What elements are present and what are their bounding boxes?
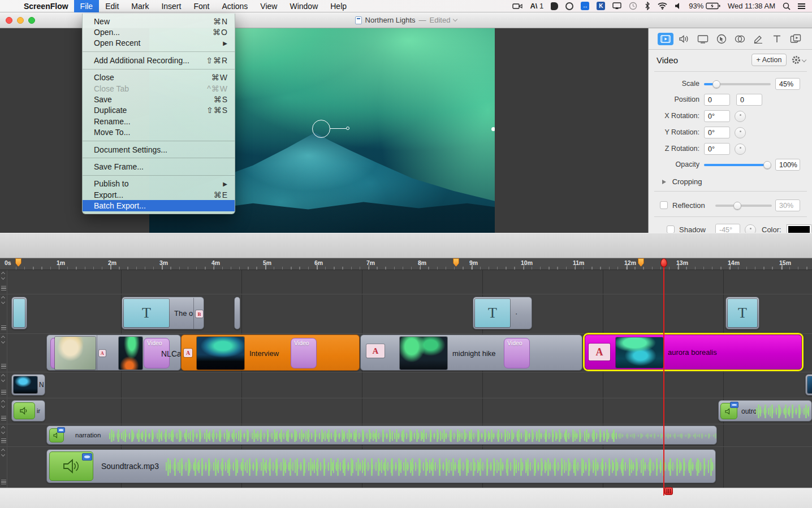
x-rotation-knob[interactable] [735, 111, 746, 122]
playhead-head[interactable] [660, 258, 667, 267]
shadow-angle-knob[interactable] [745, 224, 756, 233]
clip-narration[interactable]: narration [46, 425, 717, 445]
y-rotation-knob[interactable] [735, 127, 746, 138]
menu-font[interactable]: Font [187, 0, 215, 12]
close-window-button[interactable] [6, 17, 12, 24]
clip-intro-audio[interactable]: ir [11, 400, 45, 422]
creative-cloud-icon[interactable] [565, 1, 573, 11]
menu-mark[interactable]: Mark [125, 0, 155, 12]
airplay-icon[interactable] [612, 1, 621, 11]
menu-window[interactable]: Window [283, 0, 324, 12]
screen-recording-icon[interactable] [512, 1, 522, 11]
menu-insert[interactable]: Insert [155, 0, 187, 12]
callout-circle-annotation[interactable] [312, 120, 330, 138]
edge-resize-handle[interactable] [491, 127, 495, 131]
clip-aurora-borealis-selected[interactable]: A aurora borealis [585, 335, 802, 370]
minimize-window-button[interactable] [17, 17, 24, 24]
wifi-icon[interactable] [658, 1, 667, 11]
cropping-row[interactable]: Cropping [649, 176, 812, 188]
menu-view[interactable]: View [254, 0, 283, 12]
track-row-extra-video[interactable]: N [0, 372, 812, 398]
track-controls[interactable] [0, 372, 7, 398]
title-clip-mini[interactable] [11, 297, 27, 329]
menu-help[interactable]: Help [324, 0, 353, 12]
track-row-narration[interactable]: narration [0, 424, 812, 447]
menu-item-open-recent[interactable]: Open Recent▶ [83, 38, 235, 49]
clip-soundtrack[interactable]: Soundtrack.mp3 [46, 449, 716, 483]
clip-mini-n[interactable]: N [11, 374, 45, 396]
title-clip-3[interactable]: T [725, 297, 759, 329]
callout-endpoint-dot[interactable] [346, 127, 349, 130]
menu-item-save[interactable]: Save⌘S [83, 94, 235, 105]
track-controls[interactable] [0, 447, 7, 488]
menu-item-save-frame[interactable]: Save Frame... [83, 161, 235, 172]
clip-outro-audio[interactable]: outro [718, 400, 812, 422]
track-controls[interactable] [0, 424, 7, 446]
evernote-icon[interactable] [551, 1, 558, 11]
menu-item-new[interactable]: New⌘N [83, 16, 235, 27]
time-machine-icon[interactable] [629, 1, 637, 11]
gear-icon[interactable] [791, 55, 801, 65]
menu-item-add-additional-recording[interactable]: Add Additional Recording...⇧⌘R [83, 55, 235, 66]
menu-item-batch-export[interactable]: Batch Export... [83, 200, 235, 211]
position-x-field[interactable]: 0 [704, 94, 730, 106]
menu-bar-clock[interactable]: Wed 11:38 AM [728, 2, 775, 10]
app-menu-screenflow[interactable]: ScreenFlow [18, 2, 74, 11]
clip-nlcan[interactable]: A Video NLCan [46, 335, 181, 371]
edited-status[interactable]: Edited [430, 16, 451, 24]
y-rotation-field[interactable]: 0° [704, 127, 730, 138]
marker-mid[interactable] [453, 258, 459, 267]
track-row-titles[interactable]: T The o B T · T [0, 294, 812, 334]
shadow-angle-field[interactable]: -45° [715, 224, 740, 233]
track-controls[interactable] [0, 398, 7, 424]
cursor-tab-icon[interactable] [714, 33, 729, 45]
clip-interview[interactable]: A Interview Video [181, 335, 360, 371]
battery-indicator[interactable]: 93% [689, 1, 720, 11]
annotations-tab-icon[interactable] [750, 33, 766, 45]
track-row-audio-stingers[interactable]: ir outro [0, 398, 812, 424]
timeline-ruler[interactable]: 0s 1m 2m 3m 4m 5m 6m 7m 8m 9m 10m 11m 12… [0, 258, 812, 270]
menu-item-rename[interactable]: Rename... [83, 116, 235, 127]
volume-icon[interactable] [675, 1, 681, 11]
playhead[interactable] [663, 258, 664, 496]
title-clip-2[interactable]: T · [473, 297, 532, 329]
clip-fragment-right[interactable] [805, 374, 812, 396]
screen-recording-tab-icon[interactable] [695, 33, 711, 45]
position-y-field[interactable]: 0 [736, 94, 762, 106]
track-row-video[interactable]: A Video NLCan A Interview Video A midnig… [0, 334, 812, 372]
menu-actions[interactable]: Actions [215, 0, 254, 12]
gear-chevron-icon[interactable] [802, 58, 806, 62]
track-controls[interactable] [0, 334, 7, 372]
media-library-tab-icon[interactable] [788, 33, 804, 45]
opacity-value-field[interactable]: 100% [775, 159, 800, 171]
playhead-bottom-handle[interactable] [664, 487, 673, 495]
reflection-slider[interactable] [715, 205, 772, 207]
menu-item-document-settings[interactable]: Document Settings... [83, 144, 235, 155]
reflection-value-field[interactable]: 30% [775, 199, 800, 211]
menu-edit[interactable]: Edit [99, 0, 125, 12]
menu-file[interactable]: File [74, 0, 100, 12]
callout-tab-icon[interactable] [732, 33, 748, 45]
menu-item-publish-to[interactable]: Publish to▶ [83, 179, 235, 189]
menu-item-close[interactable]: Close⌘W [83, 72, 235, 83]
track-row-soundtrack[interactable]: Soundtrack.mp3 [0, 447, 812, 488]
notification-center-icon[interactable] [798, 1, 805, 11]
menu-item-duplicate[interactable]: Duplicate⇧⌘S [83, 105, 235, 116]
keynote-k-icon[interactable]: K [597, 1, 605, 11]
clip-midnight-hike[interactable]: A midnight hike Video [360, 335, 582, 371]
scale-slider[interactable] [704, 83, 771, 85]
title-chevron-icon[interactable] [453, 17, 457, 21]
add-action-button[interactable]: + Action [751, 54, 787, 66]
teamviewer-icon[interactable]: ↔ [581, 1, 589, 11]
menu-item-move-to[interactable]: Move To... [83, 127, 235, 138]
astropad-icon[interactable]: A\ 1 [530, 1, 543, 11]
track-row-empty[interactable] [0, 270, 812, 294]
title-clip-sliver[interactable] [234, 297, 240, 329]
reflection-checkbox[interactable] [660, 201, 668, 209]
z-rotation-field[interactable]: 0° [704, 143, 730, 155]
z-rotation-knob[interactable] [735, 144, 746, 155]
timeline-tracks[interactable]: T The o B T · T A Video NLCan A Inte [0, 270, 812, 488]
title-clip-the[interactable]: T The o B [122, 297, 204, 329]
bluetooth-icon[interactable] [645, 1, 650, 11]
cropping-disclosure-icon[interactable] [662, 180, 666, 184]
